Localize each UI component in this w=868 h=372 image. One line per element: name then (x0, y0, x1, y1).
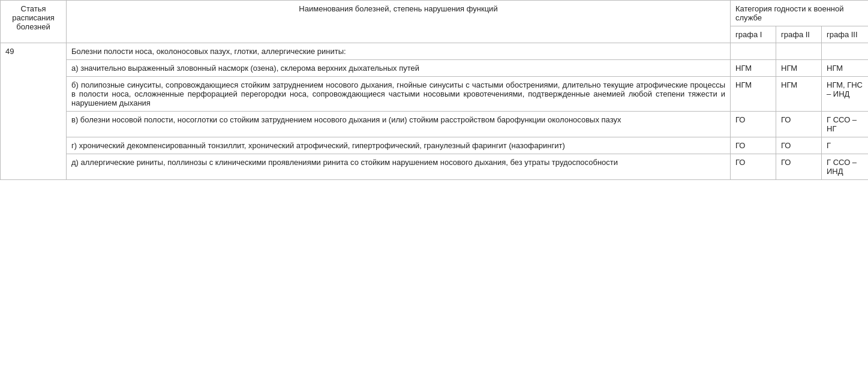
cell-grafa2: НГМ (776, 77, 822, 112)
col-header-desc: Наименования болезней, степень нарушения… (67, 1, 731, 43)
table-wrapper: Статья расписания болезней Наименования … (0, 0, 868, 372)
cell-desc: в) болезни носовой полости, носоглотки с… (67, 112, 731, 137)
cell-grafa2: ГО (776, 154, 822, 180)
table-body: 49Болезни полости носа, околоносовых паз… (1, 43, 869, 180)
cell-article: 49 (1, 43, 67, 180)
cell-desc: Болезни полости носа, околоносовых пазух… (67, 43, 731, 60)
header-row-main: Статья расписания болезней Наименования … (1, 1, 869, 26)
cell-grafa3: НГМ (822, 60, 869, 77)
cell-grafa3 (822, 43, 869, 60)
cell-grafa1: ГО (731, 154, 776, 180)
cell-grafa1: НГМ (731, 77, 776, 112)
main-table: Статья расписания болезней Наименования … (0, 0, 868, 180)
col-header-article: Статья расписания болезней (1, 1, 67, 43)
cell-grafa3: Г ССО – ИНД (822, 154, 869, 180)
cell-grafa2: ГО (776, 137, 822, 154)
cell-grafa1 (731, 43, 776, 60)
col-header-grafa2: графа II (776, 26, 822, 43)
table-row: д) аллергические риниты, поллинозы с кли… (1, 154, 869, 180)
cell-grafa2: ГО (776, 112, 822, 137)
cell-desc: д) аллергические риниты, поллинозы с кли… (67, 154, 731, 180)
table-row: г) хронический декомпенсированный тонзил… (1, 137, 869, 154)
cell-grafa1: ГО (731, 112, 776, 137)
cell-grafa1: НГМ (731, 60, 776, 77)
col-header-grafa1: графа I (731, 26, 776, 43)
cell-grafa3: Г (822, 137, 869, 154)
table-row: а) значительно выраженный зловонный насм… (1, 60, 869, 77)
cell-grafa2 (776, 43, 822, 60)
table-row: в) болезни носовой полости, носоглотки с… (1, 112, 869, 137)
col-header-godnost: Категория годности к военной службе (731, 1, 869, 26)
col-header-grafa3: графа III (822, 26, 869, 43)
table-row: б) полипозные синуситы, сопровождающиеся… (1, 77, 869, 112)
cell-grafa1: ГО (731, 137, 776, 154)
cell-desc: г) хронический декомпенсированный тонзил… (67, 137, 731, 154)
table-row: 49Болезни полости носа, околоносовых паз… (1, 43, 869, 60)
cell-grafa2: НГМ (776, 60, 822, 77)
cell-desc: б) полипозные синуситы, сопровождающиеся… (67, 77, 731, 112)
cell-grafa3: Г ССО – НГ (822, 112, 869, 137)
cell-grafa3: НГМ, ГНС – ИНД (822, 77, 869, 112)
cell-desc: а) значительно выраженный зловонный насм… (67, 60, 731, 77)
